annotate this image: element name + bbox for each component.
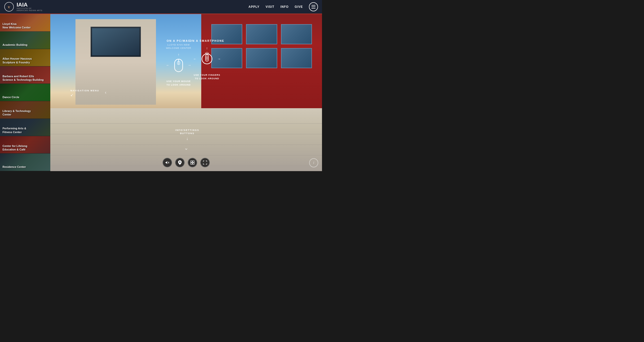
sidebar-label-academic: Academic Building [3,43,27,47]
sidebar-item-academic[interactable]: Academic Building [0,31,50,49]
window-5 [246,48,277,68]
left-nav-arrow[interactable]: ‹ [102,89,109,96]
audio-mute-icon [165,161,169,165]
sidebar-item-residence[interactable]: Residence Center [0,154,50,171]
bottom-toolbar [163,158,210,167]
grid-view-button[interactable] [188,158,197,167]
tutorial-phone-section: ON A SMARTPHONE ↑ ← → USE YOUR FINGERS [190,39,224,80]
pc-title: ON A PC/MAC [166,39,191,42]
pc-subtitle: LLOYD KIVA NEW WELCOME CENTER [166,43,191,50]
touch-arrow-up-icon: ↑ [206,46,208,50]
sidebar-item-performing[interactable]: Performing Arts & Fitness Center [0,119,50,136]
hamburger-icon [311,5,315,9]
phone-caption: USE YOUR FINGERS TO LOOK AROUND [190,73,224,80]
top-navigation: 🦅 IAIA Institute of American Indian Arts… [0,0,322,14]
fullscreen-button[interactable] [200,158,210,167]
svg-rect-13 [193,161,194,162]
grid-icon [190,161,194,165]
nav-apply[interactable]: APPLY [249,5,260,9]
sidebar-item-dance[interactable]: Dance Circle [0,84,50,101]
sidebar-label-residence: Residence Center [3,165,26,169]
sidebar-label-library: Library & Technology Center [3,109,31,117]
pc-caption: USE YOUR MOUSE TO LOOK AROUND [166,80,191,87]
svg-point-11 [179,161,181,163]
phone-title: ON A SMARTPHONE [190,39,224,42]
logo-subtitle: Institute of American Indian Arts [17,8,43,12]
info-settings-arrow-down-icon: ↓ [175,136,199,141]
sidebar-item-barbara[interactable]: Barbara and Robert Ells Science & Techno… [0,66,50,84]
sidebar-label-barbara: Barbara and Robert Ells Science & Techno… [3,74,44,82]
touch-finger-icon [201,51,213,66]
window-3 [281,24,312,44]
tutorial-pc-section: ON A PC/MAC LLOYD KIVA NEW WELCOME CENTE… [166,39,191,87]
touch-arrow-right-icon: → [217,57,221,61]
nav-links: APPLY VISIT INFO GIVE [249,2,322,11]
glass-entrance [91,27,141,57]
arrow-left-icon: ← [166,63,170,67]
hamburger-menu-button[interactable] [309,2,318,11]
fullscreen-icon [203,161,207,165]
window-2 [246,24,277,44]
logo-text: IAIA Institute of American Indian Arts [17,2,43,12]
svg-rect-15 [193,163,194,164]
diagonal-arrow-icon: ↙ [70,93,99,97]
window-6 [281,48,312,68]
nav-menu-indicator: NAVIGATION MENU ↙ [70,89,99,97]
logo-iaia-text: IAIA [17,2,43,8]
info-button-bottom-right[interactable]: i [309,158,318,167]
logo-area[interactable]: 🦅 IAIA Institute of American Indian Arts [0,2,47,12]
sidebar-label-welcome: Lloyd Kiva New Welcome Center [3,22,31,29]
sidebar: Lloyd Kiva New Welcome Center Academic B… [0,14,50,171]
touch-arrow-left-icon: ← [193,57,197,61]
info-i-icon: i [313,161,314,165]
sidebar-label-allan: Allan Houser Haozous Sculpture & Foundry [3,57,32,64]
arrow-up-icon: ↑ [178,53,179,57]
windows-grid [211,24,312,68]
glass-reflection [92,28,139,55]
svg-rect-12 [191,161,192,162]
sidebar-label-dance: Dance Circle [3,95,19,99]
iaia-logo-icon: 🦅 [4,2,14,12]
sidebar-item-library[interactable]: Library & Technology Center [0,101,50,119]
nav-visit[interactable]: VISIT [266,5,274,9]
sidebar-label-performing: Performing Arts & Fitness Center [3,127,26,134]
svg-rect-14 [191,163,192,164]
sidebar-item-lifelong[interactable]: Center for Lifelong Education & Café [0,136,50,154]
nav-give[interactable]: GIVE [295,5,303,9]
info-settings-indicator: INFO/SETTINGS BUTTONS ↓ [175,129,199,141]
location-pin-icon [178,160,182,165]
panorama-view[interactable]: ‹ NAVIGATION MENU ↙ ON A PC/MAC LLOYD KI… [50,14,322,171]
nav-info[interactable]: INFO [280,5,289,9]
audio-toggle-button[interactable] [163,158,172,167]
info-settings-label: INFO/SETTINGS BUTTONS [175,129,199,135]
nav-menu-label: NAVIGATION MENU [70,89,99,92]
location-pin-button[interactable] [175,158,185,167]
sidebar-item-allan[interactable]: Allan Houser Haozous Sculpture & Foundry [0,49,50,66]
svg-text:🦅: 🦅 [8,5,11,9]
sidebar-label-lifelong: Center for Lifelong Education & Café [3,144,27,151]
chevron-down-icon[interactable]: ⌄ [184,145,188,151]
sidebar-item-welcome[interactable]: Lloyd Kiva New Welcome Center [0,14,50,31]
mouse-icon [174,59,183,72]
